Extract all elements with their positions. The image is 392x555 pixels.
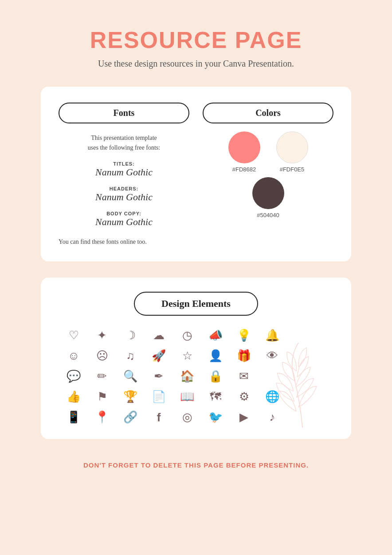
icon-gift: 🎁 xyxy=(236,350,252,362)
fonts-label: Fonts xyxy=(59,103,189,123)
colors-row-1: #FD8682 #FDF0E5 xyxy=(228,131,308,173)
font-category-body-name: Nanum Gothic xyxy=(95,216,153,228)
design-card: Design Elements ♡ xyxy=(41,278,351,439)
icon-book: 📖 xyxy=(179,391,195,403)
icon-clock: ◷ xyxy=(179,330,195,341)
icon-sun: ✦ xyxy=(94,330,110,341)
icon-home: 🏠 xyxy=(179,371,195,382)
color-circle-2 xyxy=(252,177,284,209)
icon-instagram: ◎ xyxy=(179,412,195,423)
colors-label: Colors xyxy=(203,103,333,123)
color-item-2: #504040 xyxy=(252,177,284,218)
font-category-body: BODY COPY: Nanum Gothic xyxy=(95,211,153,228)
font-category-titles: TITLES: Nanum Gothic xyxy=(95,161,153,178)
icon-thumbsup: 👍 xyxy=(66,391,82,403)
footer-warning: DON'T FORGET TO DELETE THIS PAGE BEFORE … xyxy=(83,461,309,469)
icon-gear: ⚙ xyxy=(236,391,252,403)
font-category-headers-label: HEADERS: xyxy=(95,186,153,191)
main-card: Fonts This presentation template uses th… xyxy=(41,87,351,262)
icon-chat: 💬 xyxy=(66,371,82,382)
colors-grid: #FD8682 #FDF0E5 #504040 xyxy=(203,131,333,218)
design-elements-label: Design Elements xyxy=(134,292,258,316)
icon-phone: 📱 xyxy=(66,412,82,423)
icon-location: 📍 xyxy=(94,412,110,423)
icon-twitter: 🐦 xyxy=(208,412,223,423)
colors-section: Colors #FD8682 #FDF0E5 #504040 xyxy=(203,103,333,228)
icon-search: 🔍 xyxy=(122,371,138,382)
icon-facebook: f xyxy=(151,412,167,423)
icon-pencil: ✏ xyxy=(94,371,110,382)
font-category-titles-label: TITLES: xyxy=(95,161,153,166)
icon-person: 👤 xyxy=(208,350,223,362)
color-hex-0: #FD8682 xyxy=(232,166,256,173)
icon-star: ☆ xyxy=(179,350,195,362)
font-category-body-label: BODY COPY: xyxy=(95,211,153,216)
leaf-decoration xyxy=(267,339,338,428)
font-category-headers-name: Nanum Gothic xyxy=(95,191,153,203)
page-title: RESOURCE PAGE xyxy=(90,27,302,53)
icon-map: 🗺 xyxy=(208,391,223,403)
color-item-0: #FD8682 xyxy=(228,131,260,173)
icon-youtube: ▶ xyxy=(236,412,252,423)
icon-mail: ✉ xyxy=(236,371,252,382)
icon-megaphone: 📣 xyxy=(208,330,223,341)
color-item-1: #FDF0E5 xyxy=(276,131,308,173)
icons-grid: ♡ ✦ ☽ ☁ ◷ 📣 💡 🔔 ☺ ☹ ♫ 🚀 ☆ 👤 🎁 👁 💬 ✏ 🔍 ✒ xyxy=(59,330,333,423)
font-category-headers: HEADERS: Nanum Gothic xyxy=(95,186,153,203)
icon-moon: ☽ xyxy=(122,330,138,341)
color-hex-2: #504040 xyxy=(257,212,279,218)
icon-cloud: ☁ xyxy=(151,330,167,341)
icon-heart: ♡ xyxy=(66,330,82,341)
color-hex-1: #FDF0E5 xyxy=(280,166,305,173)
icon-lock: 🔒 xyxy=(208,371,223,382)
page-subtitle: Use these design resources in your Canva… xyxy=(98,59,294,69)
fonts-intro: This presentation template uses the foll… xyxy=(88,133,160,153)
icon-share: 🔗 xyxy=(122,412,138,423)
fonts-footer: You can find these fonts online too. xyxy=(59,238,333,246)
icon-lightbulb: 💡 xyxy=(236,330,252,341)
font-category-titles-name: Nanum Gothic xyxy=(95,166,153,178)
colors-row-2: #504040 xyxy=(252,177,284,218)
icon-flag: ⚑ xyxy=(94,391,110,403)
icon-music: ♫ xyxy=(122,350,138,362)
icon-trophy: 🏆 xyxy=(122,391,138,403)
color-circle-0 xyxy=(228,131,260,163)
fonts-section: Fonts This presentation template uses th… xyxy=(59,103,189,228)
icon-rocket: 🚀 xyxy=(151,350,167,362)
color-circle-1 xyxy=(276,131,308,163)
icon-pin: ✒ xyxy=(151,371,167,382)
icon-document: 📄 xyxy=(151,391,167,403)
icon-smile: ☺ xyxy=(66,350,82,362)
icon-sad: ☹ xyxy=(94,350,110,362)
